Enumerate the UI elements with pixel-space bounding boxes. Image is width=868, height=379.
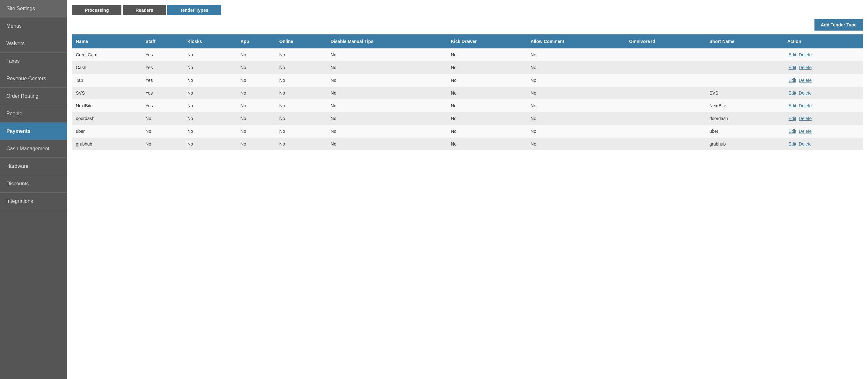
cell-name: SVS (72, 87, 142, 99)
edit-button[interactable]: Edit (787, 116, 798, 121)
cell-kick_drawer: No (447, 99, 527, 112)
cell-app: No (237, 74, 276, 87)
table-row: CashYesNoNoNoNoNoNoEditDelete (72, 61, 863, 74)
cell-omnivore_id (625, 137, 706, 150)
sidebar-item-site-settings[interactable]: Site Settings (0, 0, 67, 18)
sidebar-item-payments[interactable]: Payments (0, 123, 67, 140)
cell-omnivore_id (625, 125, 706, 137)
sidebar-item-waivers[interactable]: Waivers (0, 35, 67, 53)
tab-readers[interactable]: Readers (123, 5, 166, 15)
sidebar-item-cash-management[interactable]: Cash Management (0, 140, 67, 158)
cell-short_name: grubhub (706, 137, 783, 150)
delete-button[interactable]: Delete (798, 141, 813, 147)
edit-button[interactable]: Edit (787, 141, 798, 147)
delete-button[interactable]: Delete (798, 103, 813, 108)
cell-short_name (706, 61, 783, 74)
sidebar-item-integrations[interactable]: Integrations (0, 193, 67, 210)
cell-action: EditDelete (783, 137, 863, 150)
cell-omnivore_id (625, 61, 706, 74)
cell-disable_manual_tips: No (327, 74, 447, 87)
tender-types-table: NameStaffKiosksAppOnlineDisable Manual T… (72, 34, 863, 150)
delete-button[interactable]: Delete (798, 116, 813, 121)
sidebar-item-discounts[interactable]: Discounts (0, 175, 67, 193)
cell-disable_manual_tips: No (327, 99, 447, 112)
cell-kiosks: No (184, 125, 237, 137)
table-header: NameStaffKiosksAppOnlineDisable Manual T… (72, 34, 863, 49)
tab-processing[interactable]: Processing (72, 5, 121, 15)
cell-allow_comment: No (527, 99, 625, 112)
table-row: doordashNoNoNoNoNoNoNodoordashEditDelete (72, 112, 863, 125)
sidebar-item-hardware[interactable]: Hardware (0, 158, 67, 175)
delete-button[interactable]: Delete (798, 90, 813, 96)
cell-omnivore_id (625, 87, 706, 99)
table-row: NextBiteYesNoNoNoNoNoNoNextBiteEditDelet… (72, 99, 863, 112)
cell-staff: No (142, 137, 184, 150)
edit-button[interactable]: Edit (787, 129, 798, 134)
cell-omnivore_id (625, 49, 706, 61)
edit-button[interactable]: Edit (787, 90, 798, 96)
cell-short_name: uber (706, 125, 783, 137)
cell-online: No (276, 61, 327, 74)
sidebar-item-people[interactable]: People (0, 105, 67, 123)
cell-disable_manual_tips: No (327, 87, 447, 99)
col-header-kick-drawer: Kick Drawer (447, 34, 527, 49)
cell-kiosks: No (184, 112, 237, 125)
col-header-staff: Staff (142, 34, 184, 49)
cell-action: EditDelete (783, 125, 863, 137)
cell-disable_manual_tips: No (327, 49, 447, 61)
cell-app: No (237, 112, 276, 125)
top-tabs: ProcessingReadersTender Types (67, 0, 868, 15)
cell-allow_comment: No (527, 87, 625, 99)
cell-short_name (706, 74, 783, 87)
cell-kiosks: No (184, 74, 237, 87)
cell-app: No (237, 49, 276, 61)
sidebar-item-revenue-centers[interactable]: Revenue Centers (0, 70, 67, 88)
cell-disable_manual_tips: No (327, 61, 447, 74)
col-header-short-name: Short Name (706, 34, 783, 49)
delete-button[interactable]: Delete (798, 129, 813, 134)
col-header-name: Name (72, 34, 142, 49)
edit-button[interactable]: Edit (787, 52, 798, 57)
cell-omnivore_id (625, 112, 706, 125)
sidebar-item-order-routing[interactable]: Order Routing (0, 88, 67, 105)
col-header-disable-manual-tips: Disable Manual Tips (327, 34, 447, 49)
cell-kick_drawer: No (447, 74, 527, 87)
delete-button[interactable]: Delete (798, 78, 813, 83)
col-header-app: App (237, 34, 276, 49)
cell-kick_drawer: No (447, 112, 527, 125)
sidebar-item-taxes[interactable]: Taxes (0, 53, 67, 70)
add-tender-type-button[interactable]: Add Tender Type (814, 19, 863, 31)
edit-button[interactable]: Edit (787, 78, 798, 83)
cell-kick_drawer: No (447, 137, 527, 150)
cell-app: No (237, 125, 276, 137)
cell-kiosks: No (184, 99, 237, 112)
cell-staff: No (142, 125, 184, 137)
action-row: Add Tender Type (67, 15, 868, 34)
cell-app: No (237, 61, 276, 74)
table-row: uberNoNoNoNoNoNoNouberEditDelete (72, 125, 863, 137)
cell-allow_comment: No (527, 49, 625, 61)
cell-short_name (706, 49, 783, 61)
col-header-allow-comment: Allow Comment (527, 34, 625, 49)
table-body: CreditCardYesNoNoNoNoNoNoEditDeleteCashY… (72, 49, 863, 150)
cell-disable_manual_tips: No (327, 112, 447, 125)
sidebar-item-menus[interactable]: Menus (0, 18, 67, 35)
cell-disable_manual_tips: No (327, 137, 447, 150)
cell-online: No (276, 74, 327, 87)
cell-short_name: doordash (706, 112, 783, 125)
delete-button[interactable]: Delete (798, 65, 813, 70)
delete-button[interactable]: Delete (798, 52, 813, 57)
edit-button[interactable]: Edit (787, 65, 798, 70)
cell-kiosks: No (184, 137, 237, 150)
cell-name: Cash (72, 61, 142, 74)
main-content: ProcessingReadersTender Types Add Tender… (67, 0, 868, 379)
cell-online: No (276, 112, 327, 125)
cell-allow_comment: No (527, 61, 625, 74)
table-container: NameStaffKiosksAppOnlineDisable Manual T… (67, 34, 868, 155)
cell-app: No (237, 99, 276, 112)
col-header-online: Online (276, 34, 327, 49)
edit-button[interactable]: Edit (787, 103, 798, 108)
cell-name: uber (72, 125, 142, 137)
tab-tender-types[interactable]: Tender Types (167, 5, 221, 15)
cell-omnivore_id (625, 99, 706, 112)
